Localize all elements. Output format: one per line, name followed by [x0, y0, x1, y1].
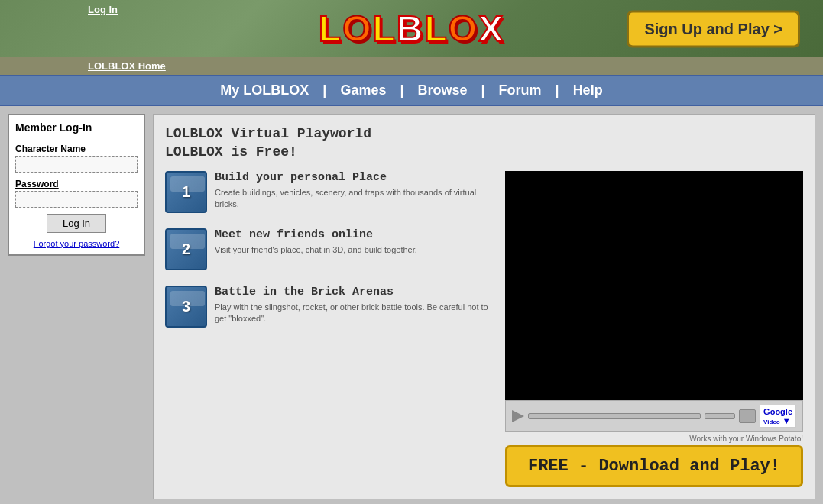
member-login-box: Member Log-In Character Name Password Lo…	[8, 114, 145, 256]
feature-1-icon: 1	[165, 171, 207, 213]
fullscreen-button[interactable]	[739, 409, 756, 423]
feature-2-heading: Meet new friends online	[215, 228, 417, 241]
feature-1-number: 1	[182, 183, 190, 201]
feature-3-icon: 3	[165, 286, 207, 328]
logo: LOLBLOX	[319, 8, 504, 50]
feature-1: 1 Build your personal Place Create build…	[165, 171, 490, 213]
volume-slider[interactable]	[705, 413, 735, 419]
char-name-label: Character Name	[15, 144, 138, 154]
signup-button[interactable]: Sign Up and Play >	[627, 10, 800, 47]
password-input[interactable]	[15, 191, 138, 208]
video-progress-slider[interactable]	[528, 413, 701, 419]
feature-2-icon: 2	[165, 228, 207, 270]
feature-1-text: Build your personal Place Create buildin…	[215, 171, 490, 211]
nav-browse[interactable]: Browse	[404, 82, 481, 99]
features-list: 1 Build your personal Place Create build…	[165, 171, 490, 487]
features-video: 1 Build your personal Place Create build…	[165, 171, 803, 487]
content-panel: LOLBLOX Virtual Playworld LOLBLOX is Fre…	[153, 114, 815, 499]
main: Member Log-In Character Name Password Lo…	[0, 106, 823, 504]
login-button[interactable]: Log In	[47, 214, 106, 233]
logo-area: LOLBLOX	[319, 8, 504, 50]
navbar: My LOLBLOX | Games | Browse | Forum | He…	[0, 75, 823, 106]
feature-2-desc: Visit your friend's place, chat in 3D, a…	[215, 244, 417, 256]
nav-games[interactable]: Games	[326, 82, 400, 99]
windows-note-text: Works with your Windows Potato!	[689, 435, 803, 443]
feature-3-desc: Play with the slingshot, rocket, or othe…	[215, 302, 490, 325]
video-screen[interactable]	[505, 171, 803, 400]
download-button[interactable]: FREE - Download and Play!	[505, 445, 803, 487]
video-controls: GoogleVideo ▼	[505, 400, 803, 432]
navbar-inner: My LOLBLOX | Games | Browse | Forum | He…	[0, 76, 823, 105]
nav-help[interactable]: Help	[559, 82, 617, 99]
header: Log In LOLBLOX Sign Up and Play >	[0, 0, 823, 57]
windows-note: Works with your Windows Potato!	[505, 432, 803, 445]
google-video-label: GoogleVideo ▼	[760, 405, 796, 428]
char-name-input[interactable]	[15, 156, 138, 173]
video-panel: GoogleVideo ▼ Works with your Windows Po…	[505, 171, 803, 487]
nav-my-lolblox[interactable]: My LOLBLOX	[206, 82, 322, 99]
member-login-title: Member Log-In	[15, 121, 138, 137]
subheader: LOLBLOX Home	[0, 57, 823, 75]
password-label: Password	[15, 179, 138, 189]
subheader-link[interactable]: LOLBLOX Home	[88, 60, 166, 72]
content-title: LOLBLOX Virtual Playworld	[165, 126, 803, 141]
feature-1-desc: Create buildings, vehicles, scenery, and…	[215, 187, 490, 211]
feature-3-heading: Battle in the Brick Arenas	[215, 286, 490, 299]
feature-3: 3 Battle in the Brick Arenas Play with t…	[165, 286, 490, 328]
feature-2-number: 2	[182, 241, 190, 258]
login-link[interactable]: Log In	[88, 4, 118, 15]
feature-3-number: 3	[182, 298, 190, 315]
sidebar: Member Log-In Character Name Password Lo…	[8, 114, 145, 499]
feature-3-text: Battle in the Brick Arenas Play with the…	[215, 286, 490, 325]
forgot-password-link[interactable]: Forgot your password?	[15, 239, 138, 248]
play-button[interactable]	[512, 410, 524, 422]
content-subtitle: LOLBLOX is Free!	[165, 144, 803, 160]
feature-2-text: Meet new friends online Visit your frien…	[215, 228, 417, 256]
feature-1-heading: Build your personal Place	[215, 171, 490, 184]
feature-2: 2 Meet new friends online Visit your fri…	[165, 228, 490, 270]
nav-forum[interactable]: Forum	[485, 82, 556, 99]
